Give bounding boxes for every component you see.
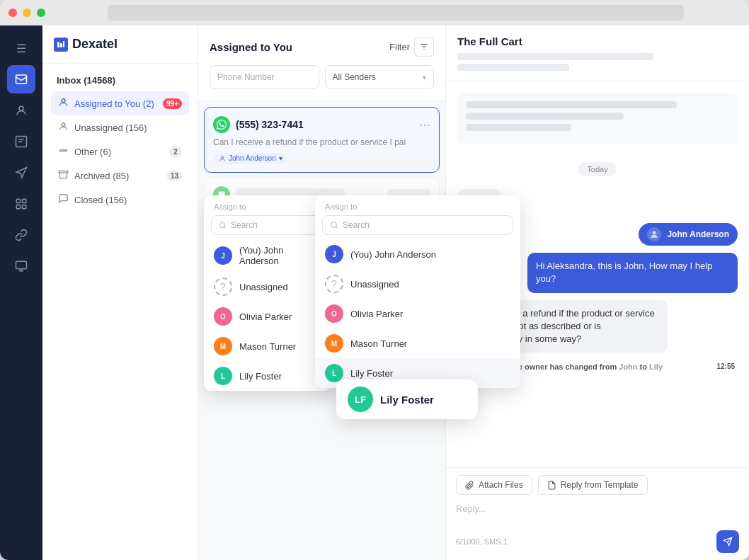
status-from: John [619, 362, 637, 371]
filter-button[interactable]: Filter [389, 37, 434, 57]
titlebar [0, 0, 749, 25]
svg-rect-7 [16, 261, 27, 269]
chat-info-card [457, 93, 738, 144]
svg-rect-8 [57, 42, 59, 47]
chat-input-area: Attach Files Reply from Template Reply..… [446, 467, 749, 560]
assign-dropdown-right: Assign to Search J (You) John Anderson ?… [315, 195, 520, 388]
today-badge: Today [578, 162, 616, 176]
sidebar-unassigned-label: Unassigned (156) [74, 122, 147, 133]
reply-template-button[interactable]: Reply from Template [538, 475, 648, 495]
status-to-label: to [640, 362, 649, 371]
conv-list-header: Assigned to You Filter Phone [198, 25, 445, 101]
phone-filter[interactable]: Phone Number [210, 65, 319, 89]
svg-rect-5 [16, 205, 20, 209]
nav-menu-icon[interactable]: ☰ [7, 34, 35, 62]
assigned-icon [58, 97, 69, 110]
svg-rect-6 [23, 205, 26, 209]
char-count: 6/1000, SMS:1 [456, 537, 508, 546]
send-button[interactable] [716, 530, 739, 553]
attach-label: Attach Files [479, 480, 523, 490]
assign-right-olivia[interactable]: O Olivia Parker [315, 299, 520, 328]
assign-right-john[interactable]: J (You) John Anderson [315, 239, 520, 269]
conv-list-title: Assigned to You [210, 41, 292, 53]
mason-avatar-left: M [214, 337, 232, 355]
chat-input[interactable]: Reply... [456, 501, 739, 526]
john-label-right: (You) John Anderson [350, 249, 436, 260]
conv-filters: Phone Number All Senders ▾ [210, 65, 434, 89]
svg-point-12 [62, 123, 65, 127]
sidebar-nav: Inbox (14568) Assigned to You (2) 99+ [42, 64, 198, 220]
john-avatar-right: J [325, 245, 343, 263]
assign-left-olivia[interactable]: O Olivia Parker [204, 302, 331, 331]
template-label: Reply from Template [561, 480, 639, 490]
nav-integrations-icon[interactable] [7, 221, 35, 249]
assign-tag-chevron: ▾ [279, 154, 282, 162]
svg-point-20 [221, 156, 223, 158]
mason-avatar-right: M [325, 334, 343, 353]
agent-name-label: John Anderson [667, 229, 729, 239]
john-label-left: (You) John Anderson [239, 245, 321, 266]
assign-right-mason[interactable]: M Mason Turner [315, 328, 520, 358]
conv-item-top: (555) 323-7441 ⋯ [213, 116, 430, 133]
sidebar-item-assigned[interactable]: Assigned to You (2) 99+ [51, 91, 189, 115]
svg-rect-16 [59, 171, 68, 173]
unassigned-label-right: Unassigned [350, 279, 399, 290]
sidebar-item-unassigned[interactable]: Unassigned (156) [51, 115, 189, 139]
maximize-button[interactable] [37, 8, 45, 17]
nav-contacts-icon[interactable] [7, 96, 35, 125]
close-button[interactable] [8, 8, 17, 17]
sidebar-item-other[interactable]: Other (6) 2 [51, 139, 189, 164]
logo-area: Dexatel [42, 25, 198, 64]
chat-header-ph1 [457, 53, 653, 60]
mason-label-left: Mason Turner [239, 341, 296, 352]
svg-rect-10 [63, 41, 64, 47]
olivia-label-left: Olivia Parker [239, 312, 292, 322]
today-divider: Today [457, 162, 738, 176]
chat-placeholder: Reply... [456, 503, 486, 514]
chat-ph3 [466, 124, 571, 131]
assign-left-mason[interactable]: M Mason Turner [204, 331, 331, 361]
sidebar-archived-label: Archived (85) [74, 171, 129, 181]
left-nav: ☰ [0, 25, 42, 560]
archived-badge: 13 [167, 171, 182, 181]
assign-left-john[interactable]: J (You) John Anderson [204, 239, 331, 272]
status-to: Lily [649, 362, 663, 371]
nav-inbox-icon[interactable] [7, 65, 35, 93]
app-body: ☰ [0, 25, 749, 560]
assign-right-unassigned[interactable]: ? Unassigned [315, 269, 520, 299]
nav-reports-icon[interactable] [7, 190, 35, 218]
assign-tag[interactable]: John Anderson ▾ [213, 153, 288, 164]
url-bar [108, 5, 684, 21]
conv-more-icon[interactable]: ⋯ [419, 118, 430, 132]
lily-avatar-left: L [214, 367, 232, 385]
agent-avatar [647, 227, 661, 241]
sidebar-item-archived[interactable]: Archived (85) 13 [51, 164, 189, 188]
nav-templates-icon[interactable] [7, 127, 35, 156]
filter-icon [414, 37, 434, 57]
nav-settings-icon[interactable] [7, 252, 35, 280]
assign-right-search[interactable]: Search [322, 215, 513, 235]
attach-files-button[interactable]: Attach Files [456, 475, 532, 495]
sender-filter[interactable]: All Senders ▾ [325, 65, 435, 89]
archived-icon [58, 169, 69, 182]
assign-left-lily[interactable]: L Lily Foster [204, 361, 331, 391]
agent-name-bubble: John Anderson [639, 223, 738, 246]
minimize-button[interactable] [23, 8, 31, 17]
svg-point-24 [219, 222, 224, 227]
chat-input-actions: Attach Files Reply from Template [456, 475, 739, 495]
sidebar-item-closed[interactable]: Closed (156) [51, 188, 189, 212]
sidebar-other-label: Other (6) [74, 147, 111, 157]
filter-label: Filter [389, 42, 410, 52]
unassigned-icon-left: ? [214, 278, 232, 296]
conv-item-active[interactable]: (555) 323-7441 ⋯ Can I receive a refund … [204, 107, 440, 173]
assign-left-unassigned[interactable]: ? Unassigned [204, 272, 331, 302]
svg-rect-4 [23, 199, 26, 202]
assign-dropdown-left: Assign to Search J (You) John Anderson ?… [204, 195, 331, 391]
assign-tag-label: John Anderson [229, 154, 276, 162]
conv-list-title-row: Assigned to You Filter [210, 37, 434, 57]
assign-left-label: Assign to [204, 195, 331, 215]
assign-left-search[interactable]: Search [211, 215, 324, 235]
nav-campaigns-icon[interactable] [7, 159, 35, 187]
assigned-badge: 99+ [163, 98, 182, 109]
svg-point-1 [19, 106, 23, 110]
